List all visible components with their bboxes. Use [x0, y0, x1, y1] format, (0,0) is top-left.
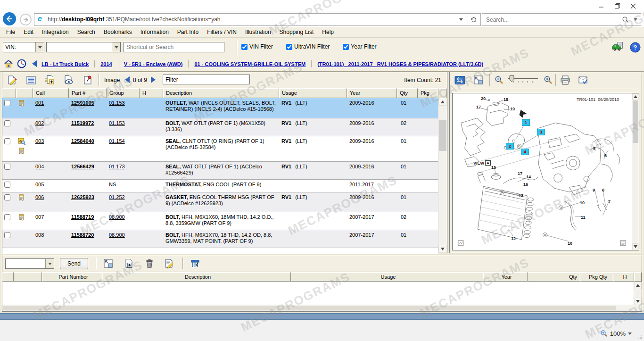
search-button[interactable] [620, 14, 630, 25]
scrollbar-thumb[interactable] [633, 100, 638, 143]
search-input[interactable] [485, 15, 614, 25]
table-row[interactable]: 0081158872008.900BOLT, HFH, M6X1X70, 18 … [2, 230, 438, 248]
header-part[interactable]: Part # [69, 88, 107, 98]
menu-item-edit[interactable]: Edit [19, 27, 38, 37]
previous-image-button[interactable] [125, 76, 130, 83]
zoom-out-button[interactable] [493, 74, 505, 86]
shopping-header-col0[interactable] [2, 272, 14, 282]
search-dropdown-button[interactable] [630, 14, 641, 25]
edit-notes-button[interactable] [6, 74, 18, 86]
row-checkbox[interactable] [4, 232, 10, 238]
header-h[interactable]: H [140, 88, 163, 98]
scrollbar-thumb[interactable] [439, 120, 446, 151]
shopping-table-scrollbar[interactable] [634, 282, 642, 305]
table-row[interactable]: 005NSTHERMOSTAT, ENG COOL (PART OF 9)201… [2, 180, 438, 192]
header-call[interactable]: Call [33, 88, 69, 98]
menu-item-illustration[interactable]: Illustration [241, 27, 275, 37]
shopping-header-description[interactable]: Description [102, 272, 291, 282]
highlighted-callout[interactable]: 4 [521, 149, 528, 155]
group-link[interactable]: 01.153 [109, 100, 125, 106]
group-link[interactable]: 01.153 [109, 120, 125, 126]
scroll-up-button[interactable] [438, 98, 447, 106]
menu-item-bookmarks[interactable]: Bookmarks [99, 27, 136, 37]
column-settings-button[interactable] [189, 258, 201, 270]
note-icon[interactable] [18, 214, 33, 223]
history-button[interactable] [17, 59, 26, 70]
table-row[interactable]: 0061262592301.252GASKET, ENG COOL THERM … [2, 192, 438, 212]
resize-panel-button[interactable] [102, 258, 115, 270]
scroll-down-button[interactable] [438, 245, 447, 253]
checkbox-ultravin-filter[interactable] [286, 44, 292, 50]
shopping-header-year[interactable]: Year [483, 272, 528, 282]
header-usage[interactable]: Usage [279, 88, 347, 98]
vin-value-dropdown[interactable] [46, 42, 121, 52]
scroll-up-button[interactable] [634, 282, 642, 289]
shopping-horizontal-scrollbar[interactable] [2, 305, 642, 311]
browser-zoom-control[interactable]: 100% [600, 330, 632, 337]
note-icon[interactable] [18, 100, 33, 108]
header-col1[interactable] [16, 88, 33, 98]
group-link[interactable]: 08.900 [109, 214, 125, 220]
quick-list-button[interactable] [44, 74, 56, 86]
row-checkbox[interactable] [4, 214, 10, 220]
home-button[interactable] [4, 59, 13, 70]
call-link[interactable]: 002 [35, 120, 44, 126]
back-button[interactable] [3, 12, 16, 25]
note-icon[interactable] [18, 147, 33, 156]
menu-item-help[interactable]: Help [318, 27, 338, 37]
note-icon[interactable] [18, 194, 33, 203]
preview-notes-button[interactable] [63, 74, 75, 86]
filter-ultravin-filter[interactable]: UltraVIN Filter [286, 43, 330, 50]
menu-item-file[interactable]: File [2, 27, 19, 37]
part-number-link[interactable]: 11588720 [71, 232, 94, 238]
swap-panels-button[interactable] [454, 74, 466, 86]
breadcrumb-back-button[interactable] [31, 60, 38, 69]
scrollbar-thumb[interactable] [3, 306, 616, 310]
shopping-list-dropdown[interactable] [5, 258, 54, 269]
send-illustration-button[interactable] [577, 74, 589, 86]
menu-item-integration[interactable]: Integration [38, 27, 73, 37]
part-number-link[interactable]: 12584040 [71, 138, 94, 144]
dropdown-button[interactable] [35, 42, 44, 52]
filter-vin-filter[interactable]: VIN Filter [241, 43, 273, 50]
highlighted-callout[interactable]: 2 [506, 143, 513, 149]
menu-item-shopping-list[interactable]: Shopping List [275, 27, 318, 37]
row-checkbox[interactable] [4, 182, 10, 188]
parts-table-scrollbar[interactable] [438, 98, 447, 253]
shortcut-search-input[interactable] [124, 42, 224, 52]
shopping-header-pkg-qty[interactable]: Pkg Qty [580, 272, 613, 282]
print-button[interactable] [559, 74, 571, 86]
breadcrumb-link-1[interactable]: LB - Lt Truck Buick [41, 61, 89, 67]
shopping-header-col1[interactable] [14, 272, 42, 282]
row-checkbox[interactable] [4, 194, 10, 200]
breadcrumb-link-4[interactable]: 01 - COOLING SYSTEM-GRILLE-OIL SYSTEM [194, 61, 305, 67]
table-row[interactable]: 0011259100501.153OUTLET, WAT (INCLS OUTL… [2, 98, 438, 118]
add-item-button[interactable] [123, 258, 135, 270]
call-link[interactable]: 006 [35, 194, 44, 200]
vin-selector-dropdown[interactable]: VIN: [3, 42, 44, 52]
shopping-header-qty[interactable]: Qty [528, 272, 580, 282]
forward-button[interactable] [20, 14, 32, 25]
breadcrumb-link-3[interactable]: V - 5R1 - Enclave (AWD) [124, 61, 183, 67]
part-number-link[interactable]: 11519972 [71, 120, 94, 126]
header-qty[interactable]: Qty [397, 88, 418, 98]
checkbox-vin-filter[interactable] [241, 44, 248, 50]
group-link[interactable]: 01.154 [109, 138, 125, 144]
shopping-header-h[interactable]: H [613, 272, 634, 282]
menu-item-part-info[interactable]: Part Info [173, 27, 203, 37]
fit-image-button[interactable] [472, 74, 485, 86]
menu-item-filters-vin[interactable]: Filters / VIN [203, 27, 241, 37]
row-checkbox[interactable] [4, 164, 10, 170]
part-number-link[interactable]: 12625923 [71, 194, 94, 200]
row-checkbox[interactable] [4, 120, 10, 126]
header-year[interactable]: Year [347, 88, 397, 98]
send-button[interactable]: Send [60, 258, 88, 269]
header-description[interactable]: Description [163, 88, 279, 98]
address-dropdown-button[interactable] [456, 14, 466, 25]
table-row[interactable]: 0041256642901.173SEAL, WAT OTLT (PART OF… [2, 162, 438, 180]
filter-year-filter[interactable]: Year Filter [343, 43, 376, 50]
address-bar[interactable]: e http://desktop-l09qrhf:351/PQMace/root… [34, 13, 481, 26]
delete-item-button[interactable] [143, 258, 156, 270]
table-row[interactable]: 0071158871908.900BOLT, HFH, M6X1X60, 18M… [2, 212, 438, 230]
illustration-scrollbar[interactable] [632, 93, 639, 250]
